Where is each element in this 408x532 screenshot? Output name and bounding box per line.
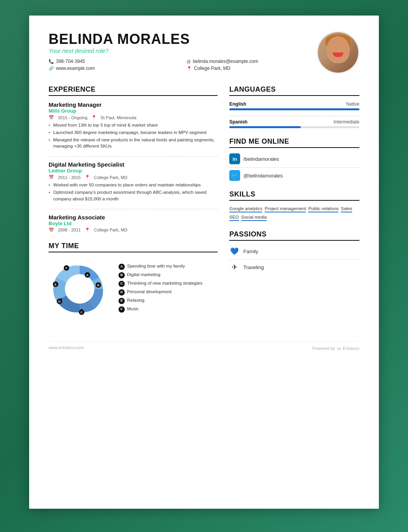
job-dates-3: 2008 - 2011 bbox=[58, 228, 81, 232]
lang-level-spanish: Intermediate bbox=[333, 119, 359, 125]
social-divider bbox=[229, 167, 359, 168]
company-2: Ledner Group bbox=[49, 168, 218, 174]
mytime-section: MY TIME bbox=[49, 242, 218, 320]
legend-text-e: Relaxing bbox=[127, 297, 145, 303]
brand-icon: ∞ bbox=[337, 345, 341, 351]
legend-item-e: E Relaxing bbox=[119, 297, 202, 304]
language-spanish: Spanish Intermediate bbox=[229, 119, 359, 128]
twitter-handle: @belindamorales bbox=[243, 173, 282, 179]
skill-tag-social-media: Social media bbox=[241, 215, 267, 221]
powered-label: Powered by bbox=[312, 346, 335, 351]
lang-bar-fill-spanish bbox=[229, 126, 301, 128]
passion-family: 💙 Family bbox=[229, 246, 359, 256]
passions-title: PASSIONS bbox=[229, 230, 359, 241]
job-title-1: Marketing Manager bbox=[49, 101, 218, 108]
legend-item-d: D Personal development bbox=[119, 289, 202, 296]
experience-section: EXPERIENCE Marketing Manager Mills Group… bbox=[49, 85, 218, 233]
email-icon: @ bbox=[187, 59, 191, 64]
job-location-2: College Park, MD bbox=[94, 175, 127, 180]
linkedin-handle: /belindamorales bbox=[243, 156, 279, 162]
legend-text-b: Digital marketing bbox=[127, 272, 160, 278]
website-item: 🔗 www.example.com bbox=[49, 66, 179, 71]
calendar-icon-2: 📅 bbox=[49, 175, 54, 180]
languages-title: LANGUAGES bbox=[229, 85, 359, 96]
legend-badge-f: F bbox=[119, 306, 125, 313]
legend-badge-e: E bbox=[119, 298, 125, 304]
website-icon: 🔗 bbox=[49, 66, 54, 71]
job-location-3: College Park, MD bbox=[94, 228, 127, 232]
legend-badge-a: A bbox=[119, 264, 125, 270]
job-title-2: Digital Marketing Specialist bbox=[49, 161, 218, 168]
legend-badge-b: B bbox=[119, 272, 125, 278]
lang-row-spanish: Spanish Intermediate bbox=[229, 119, 359, 125]
social-linkedin: in /belindamorales bbox=[229, 153, 359, 164]
twitter-icon: 🐦 bbox=[229, 170, 240, 181]
svg-text:C: C bbox=[80, 311, 83, 314]
job-bullets-1: Moved from 13th to top 5 top of mind & m… bbox=[49, 122, 218, 149]
website-value: www.example.com bbox=[56, 66, 95, 71]
passion-divider bbox=[229, 259, 359, 260]
experience-title: EXPERIENCE bbox=[49, 85, 218, 96]
bullet-item: Optimized company's product assortment t… bbox=[49, 189, 218, 202]
mytime-content: A B C D E F A B C bbox=[49, 258, 218, 320]
svg-text:B: B bbox=[97, 283, 99, 287]
legend-badge-c: C bbox=[119, 281, 125, 287]
calendar-icon: 📅 bbox=[49, 115, 54, 120]
bullet-item: Worked with over 50 companies to place o… bbox=[49, 182, 218, 188]
main-content: EXPERIENCE Marketing Manager Mills Group… bbox=[49, 85, 359, 329]
lang-level-english: Native bbox=[346, 101, 359, 107]
phone-value: 398-704-3945 bbox=[56, 59, 85, 64]
legend-badge-d: D bbox=[119, 289, 125, 296]
linkedin-icon: in bbox=[229, 153, 240, 164]
passion-travel-label: Traveling bbox=[243, 264, 264, 270]
job-title-3: Marketing Associate bbox=[49, 214, 218, 221]
skills-grid: Google analytics Project management Publ… bbox=[229, 206, 359, 221]
donut-chart: A B C D E F A B C bbox=[49, 258, 111, 320]
left-column: EXPERIENCE Marketing Manager Mills Group… bbox=[49, 85, 218, 329]
right-column: LANGUAGES English Native Spanish Interme… bbox=[229, 85, 359, 329]
lang-bar-bg-spanish bbox=[229, 126, 359, 128]
location-item: 📍 College Park, MD bbox=[187, 66, 317, 71]
findme-title: FIND ME ONLINE bbox=[229, 137, 359, 148]
languages-section: LANGUAGES English Native Spanish Interme… bbox=[229, 85, 359, 128]
resume-footer: www.enhancv.com Powered by ∞ Enhancv bbox=[49, 341, 359, 351]
job-item-1: Marketing Manager Mills Group 📅 2015 - O… bbox=[49, 101, 218, 149]
phone-item: 📞 398-704-3945 bbox=[49, 59, 179, 64]
mytime-title: MY TIME bbox=[49, 242, 218, 252]
legend-text-f: Music bbox=[127, 306, 139, 312]
bullet-item: Launched 360 degree marketing campaign, … bbox=[49, 129, 218, 136]
company-1: Mills Group bbox=[49, 108, 218, 114]
lang-divider bbox=[229, 116, 359, 116]
exp-divider-2 bbox=[49, 209, 218, 209]
calendar-icon-3: 📅 bbox=[49, 228, 54, 233]
candidate-photo bbox=[317, 31, 359, 74]
mytime-legend: A Spending time with my family B Digital… bbox=[119, 263, 202, 315]
lang-name-english: English bbox=[229, 101, 246, 107]
skill-tag-public-relations: Public relations bbox=[308, 206, 338, 212]
job-item-3: Marketing Associate Boyle Ltd 📅 2008 - 2… bbox=[49, 214, 218, 233]
email-value: belinda.morales@example.com bbox=[193, 59, 258, 64]
lang-bar-fill-english bbox=[229, 108, 359, 110]
job-bullets-2: Worked with over 50 companies to place o… bbox=[49, 182, 218, 202]
social-twitter: 🐦 @belindamorales bbox=[229, 170, 359, 181]
job-dates-2: 2011 - 2015 bbox=[58, 175, 81, 180]
skill-tag-seo: SEO bbox=[229, 215, 239, 221]
job-item-2: Digital Marketing Specialist Ledner Grou… bbox=[49, 161, 218, 202]
bullet-item: Managed the release of new products in t… bbox=[49, 137, 218, 149]
job-meta-3: 📅 2008 - 2011 📍 College Park, MD bbox=[49, 228, 218, 233]
legend-item-a: A Spending time with my family bbox=[119, 263, 202, 270]
passions-section: PASSIONS 💙 Family ✈ Traveling bbox=[229, 230, 359, 272]
location-icon-1: 📍 bbox=[91, 115, 97, 120]
svg-text:F: F bbox=[66, 266, 68, 270]
job-dates-1: 2015 - Ongoing bbox=[58, 115, 87, 120]
footer-website: www.enhancv.com bbox=[49, 345, 84, 351]
skills-section: SKILLS Google analytics Project manageme… bbox=[229, 190, 359, 221]
skill-tag-sales: Sales bbox=[341, 206, 352, 212]
lang-name-spanish: Spanish bbox=[229, 119, 248, 125]
email-item: @ belinda.morales@example.com bbox=[187, 59, 317, 64]
header-info: BELINDA MORALES Your next desired role? … bbox=[49, 31, 317, 71]
passion-family-label: Family bbox=[243, 249, 258, 254]
resume-header: BELINDA MORALES Your next desired role? … bbox=[49, 31, 359, 74]
svg-text:E: E bbox=[54, 283, 57, 286]
svg-text:A: A bbox=[86, 273, 89, 277]
